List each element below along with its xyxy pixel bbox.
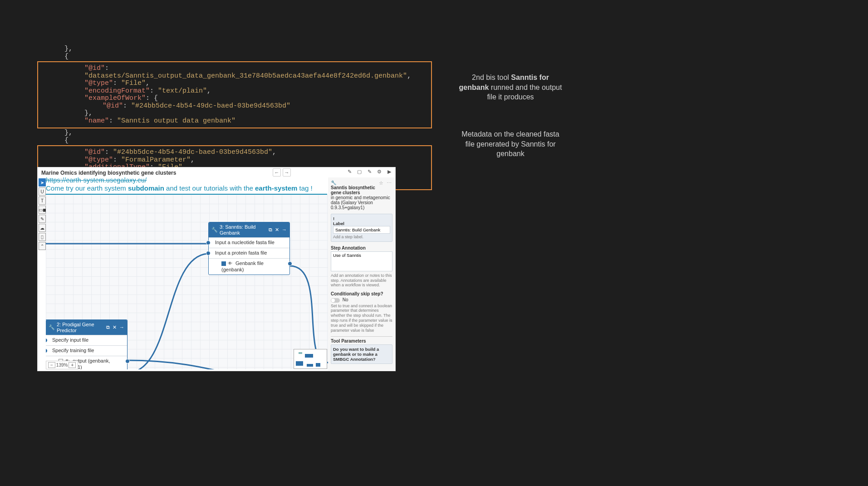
conditional-header: Conditionally skip step? [331, 291, 392, 296]
arrow-right-icon[interactable]: → [282, 227, 287, 233]
conditional-value: No [343, 297, 348, 302]
code-line: }, [44, 110, 426, 118]
conditional-help: Set to true and connect a boolean parame… [331, 304, 392, 333]
input-port[interactable] [206, 251, 211, 255]
pencil-tool[interactable]: ✎ [39, 215, 46, 223]
brace: }, { [37, 45, 432, 60]
zoom-out-button[interactable]: − [48, 362, 55, 368]
tool-subtitle: in genomic and metagenomic data (Galaxy … [331, 195, 390, 210]
banner-text: Come try our earth system subdomain and … [46, 184, 327, 195]
label-help: Add a step label. [333, 235, 390, 240]
brace: }, { [37, 129, 432, 144]
tool-params-header: Tool Parameters [331, 339, 392, 344]
annotation-textarea[interactable]: Use of Sanntis [331, 251, 392, 271]
annotation-text-1: 2nd bis tool Sanntis for genbank runned … [458, 73, 563, 102]
step-details-panel: ☆ ⋯ 🔧 Sanntis biosynthetic gene clusters… [328, 177, 395, 370]
code-line: "name": "Sanntis output data genbank" [44, 118, 426, 125]
input-port[interactable] [46, 338, 48, 343]
wrench-icon: 🔧 [331, 180, 336, 185]
forward-button[interactable]: → [283, 168, 291, 177]
zoom-control: − 139% + [46, 361, 78, 369]
run-icon[interactable]: ▶ [386, 168, 392, 175]
edit2-icon[interactable]: ✎ [366, 168, 373, 175]
annotation-header: Step Annotation [331, 245, 392, 250]
close-icon[interactable]: ✕ [275, 227, 279, 233]
code-line: "@type": "File", [44, 80, 426, 88]
input-port-row[interactable]: Specify input file [46, 335, 127, 345]
collapse-tool[interactable]: ⌃ [39, 242, 46, 250]
tool-param-question: Do you want to build a genbank or to mak… [333, 347, 379, 362]
more-icon[interactable]: ⋯ [387, 180, 392, 186]
eye-icon[interactable]: 👁 [228, 261, 232, 267]
node-sanntis-build-genbank[interactable]: 🔧 3: Sanntis: Build Genbank ⧉ ✕ → Input … [208, 222, 290, 275]
code-line: "@type": "FormalParameter", [44, 157, 426, 164]
back-button[interactable]: ← [273, 168, 281, 177]
wrench-icon: 🔧 [211, 227, 218, 233]
copy-icon[interactable]: ⧉ [106, 324, 110, 330]
warn-icon: ! [333, 216, 334, 221]
edit-icon[interactable]: ✎ [346, 168, 353, 175]
output-port[interactable] [288, 261, 292, 266]
input-port-row[interactable]: Input a nucleotide fasta file [209, 237, 289, 248]
minimap[interactable] [294, 349, 327, 369]
workflow-title: Marine Omics identifying biosynthetic ge… [41, 170, 176, 176]
cloud-tool[interactable]: ☁ [39, 224, 46, 232]
galaxy-workflow-editor: Marine Omics identifying biosynthetic ge… [37, 167, 396, 371]
copy-icon[interactable]: ⧉ [269, 227, 272, 233]
output-checkbox[interactable] [221, 261, 226, 266]
select-tool[interactable]: ⌷ [39, 233, 46, 241]
md-tool[interactable]: ▭◼ [39, 206, 46, 214]
input-port[interactable] [46, 349, 48, 353]
star-icon[interactable]: ☆ [379, 180, 384, 186]
left-toolbar: ➤ U T ▭◼ ✎ ☁ ⌷ ⌃ [39, 178, 46, 250]
nav-history: ← → [273, 168, 291, 177]
zoom-in-button[interactable]: + [69, 362, 76, 368]
close-icon[interactable]: ✕ [113, 324, 117, 330]
zoom-level: 139% [56, 363, 68, 368]
output-port-row[interactable]: 👁 Genbank file (genbank) [209, 258, 289, 275]
code-line: "@id": "#24bb5dce-4b54-49dc-baed-03be9d4… [44, 149, 426, 157]
panel-icon[interactable]: ▢ [356, 168, 363, 175]
input-port-row[interactable]: Input a protein fasta file [209, 248, 289, 258]
pointer-tool[interactable]: ➤ [39, 178, 46, 187]
arrow-right-icon[interactable]: → [119, 324, 124, 330]
input-port[interactable] [206, 241, 211, 245]
input-port-row[interactable]: Specify training file [46, 345, 127, 356]
node-title: 2: Prodigal Gene Predictor [57, 322, 104, 333]
editor-actions: ✎ ▢ ✎ ⚙ ▶ [346, 168, 392, 175]
text-tool[interactable]: T [39, 196, 46, 205]
label-header: Label [333, 221, 344, 226]
subdomain-url: https://earth-system.usegalaxy.eu/ [46, 177, 147, 184]
code-line: "exampleOfWork": { [44, 95, 426, 103]
magnet-tool[interactable]: U [39, 187, 46, 196]
highlight-box-1: "@id": "datasets/Sanntis_output_data_gen… [37, 61, 432, 128]
node-title: 3: Sanntis: Build Genbank [220, 224, 267, 236]
code-line: "@id": "datasets/Sanntis_output_data_gen… [44, 65, 426, 80]
conditional-toggle[interactable] [331, 298, 340, 303]
tool-name: Sanntis biosynthetic gene clusters [331, 185, 375, 195]
workflow-canvas[interactable]: 🔧 3: Sanntis: Build Genbank ⧉ ✕ → Input … [46, 195, 328, 369]
code-line: "encodingFormat": "text/plain", [44, 88, 426, 95]
wrench-icon: 🔧 [49, 324, 55, 330]
output-port[interactable] [125, 359, 130, 363]
settings-icon[interactable]: ⚙ [376, 168, 383, 175]
annotation-help: Add an annotation or notes to this step.… [331, 273, 392, 288]
code-line: "@id": "#24bb5dce-4b54-49dc-baed-03be9d4… [44, 103, 426, 110]
annotation-text-2: Metadata on the cleaned fasta file gener… [458, 129, 563, 159]
label-input[interactable] [333, 226, 390, 234]
